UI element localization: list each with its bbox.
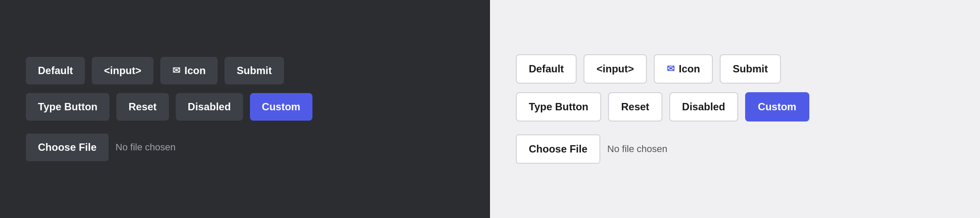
dark-submit-button[interactable]: Submit — [225, 57, 284, 84]
dark-file-row: Choose File No file chosen — [26, 134, 175, 161]
dark-type-button[interactable]: Type Button — [26, 93, 109, 121]
light-row-1: Default <input> ✉ Icon Submit — [516, 54, 781, 84]
dark-row-1: Default <input> ✉ Icon Submit — [26, 57, 284, 84]
dark-input-button[interactable]: <input> — [92, 57, 153, 84]
light-panel: Default <input> ✉ Icon Submit Type Butto… — [490, 0, 980, 218]
light-icon-label: Icon — [679, 63, 700, 75]
mail-icon-light: ✉ — [667, 63, 674, 75]
light-no-file-text: No file chosen — [607, 143, 667, 155]
dark-default-button[interactable]: Default — [26, 57, 85, 84]
light-file-row: Choose File No file chosen — [516, 134, 667, 164]
dark-row-2: Type Button Reset Disabled Custom — [26, 93, 312, 121]
light-disabled-button: Disabled — [669, 92, 738, 121]
dark-icon-label: Icon — [184, 65, 206, 77]
light-reset-button[interactable]: Reset — [608, 92, 662, 121]
dark-custom-button[interactable]: Custom — [250, 93, 312, 121]
dark-panel: Default <input> ✉ Icon Submit Type Butto… — [0, 0, 490, 218]
dark-choose-file-button[interactable]: Choose File — [26, 134, 109, 161]
light-submit-button[interactable]: Submit — [720, 54, 780, 84]
dark-no-file-text: No file chosen — [115, 142, 175, 153]
dark-icon-button[interactable]: ✉ Icon — [160, 57, 218, 84]
light-input-button[interactable]: <input> — [584, 54, 647, 84]
mail-icon: ✉ — [172, 65, 180, 76]
light-row-2: Type Button Reset Disabled Custom — [516, 92, 809, 121]
light-default-button[interactable]: Default — [516, 54, 577, 84]
dark-reset-button[interactable]: Reset — [116, 93, 169, 121]
light-custom-button[interactable]: Custom — [745, 92, 809, 121]
light-choose-file-button[interactable]: Choose File — [516, 134, 600, 164]
dark-disabled-button: Disabled — [176, 93, 243, 121]
light-type-button[interactable]: Type Button — [516, 92, 601, 121]
light-icon-button[interactable]: ✉ Icon — [654, 54, 713, 84]
